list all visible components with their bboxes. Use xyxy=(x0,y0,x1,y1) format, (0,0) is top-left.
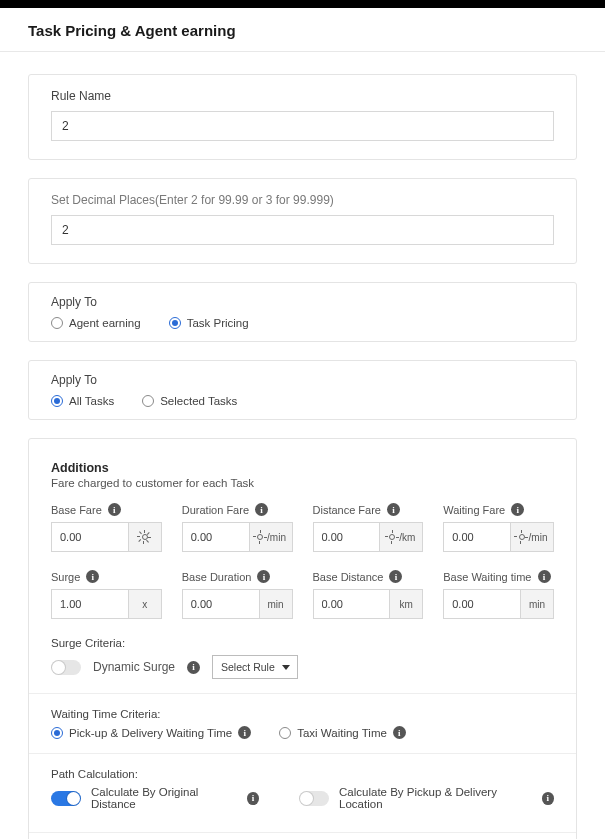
radio-label: Agent earning xyxy=(69,317,141,329)
pickup-location-toggle[interactable] xyxy=(299,791,329,806)
radio-icon xyxy=(142,395,154,407)
radio-agent-earning[interactable]: Agent earning xyxy=(51,317,141,329)
radio-label: Selected Tasks xyxy=(160,395,237,407)
surge-input[interactable] xyxy=(51,589,128,619)
base-duration-input[interactable] xyxy=(182,589,259,619)
additions-subtitle: Fare charged to customer for each Task xyxy=(51,477,554,489)
apply-to-1-label: Apply To xyxy=(51,295,554,309)
info-icon[interactable]: i xyxy=(387,503,400,516)
surge-criteria-label: Surge Criteria: xyxy=(51,637,554,649)
rule-name-card: Rule Name xyxy=(28,74,577,160)
info-icon[interactable]: i xyxy=(511,503,524,516)
radio-label: Taxi Waiting Time xyxy=(297,727,387,739)
info-icon[interactable]: i xyxy=(108,503,121,516)
info-icon[interactable]: i xyxy=(393,726,406,739)
unit-label: /km xyxy=(399,532,415,543)
surge-label: Surge xyxy=(51,571,80,583)
info-icon[interactable]: i xyxy=(257,570,270,583)
info-icon[interactable]: i xyxy=(542,792,554,805)
surge-field: Surge i x xyxy=(51,570,162,619)
radio-icon xyxy=(169,317,181,329)
waiting-criteria-block: Waiting Time Criteria: Pick-up & Deliver… xyxy=(51,708,554,739)
window-top-bar xyxy=(0,0,605,8)
original-distance-toggle[interactable] xyxy=(51,791,81,806)
info-icon[interactable]: i xyxy=(389,570,402,583)
unit-addon: /min xyxy=(510,522,554,552)
base-duration-field: Base Duration i min xyxy=(182,570,293,619)
unit-label: min xyxy=(267,599,283,610)
decimal-places-input[interactable] xyxy=(51,215,554,245)
radio-taxi-waiting[interactable]: Taxi Waiting Time i xyxy=(279,726,406,739)
distance-fare-field: Distance Fare i /km xyxy=(313,503,424,552)
waiting-criteria-label: Waiting Time Criteria: xyxy=(51,708,554,720)
currency-icon xyxy=(128,522,162,552)
info-icon[interactable]: i xyxy=(255,503,268,516)
radio-task-pricing[interactable]: Task Pricing xyxy=(169,317,249,329)
radio-icon xyxy=(51,727,63,739)
additions-row-2: Surge i x Base Duration i min xyxy=(51,570,554,619)
radio-icon xyxy=(51,317,63,329)
distance-fare-input[interactable] xyxy=(313,522,380,552)
base-fare-input[interactable] xyxy=(51,522,128,552)
waiting-fare-label: Waiting Fare xyxy=(443,504,505,516)
apply-to-1-options: Agent earning Task Pricing xyxy=(51,317,554,329)
radio-icon xyxy=(279,727,291,739)
page-content: Rule Name Set Decimal Places(Enter 2 for… xyxy=(0,52,605,839)
unit-addon: x xyxy=(128,589,162,619)
unit-label: km xyxy=(400,599,413,610)
radio-pickup-delivery-waiting[interactable]: Pick-up & Delivery Waiting Time i xyxy=(51,726,251,739)
radio-label: All Tasks xyxy=(69,395,114,407)
decimal-places-label: Set Decimal Places(Enter 2 for 99.99 or … xyxy=(51,193,554,207)
surge-criteria-block: Surge Criteria: Dynamic Surge i Select R… xyxy=(51,637,554,679)
waiting-fare-input[interactable] xyxy=(443,522,510,552)
unit-label: /min xyxy=(267,532,286,543)
add-field-row: Add field from template Please select a … xyxy=(29,832,576,839)
info-icon[interactable]: i xyxy=(247,792,259,805)
duration-fare-field: Duration Fare i /min xyxy=(182,503,293,552)
radio-selected-tasks[interactable]: Selected Tasks xyxy=(142,395,237,407)
toggle-label: Calculate By Original Distance xyxy=(91,786,237,810)
info-icon[interactable]: i xyxy=(538,570,551,583)
apply-to-tasks-card: Apply To All Tasks Selected Tasks xyxy=(28,360,577,420)
decimal-places-card: Set Decimal Places(Enter 2 for 99.99 or … xyxy=(28,178,577,264)
apply-to-earning-pricing-card: Apply To Agent earning Task Pricing xyxy=(28,282,577,342)
surge-rule-select[interactable]: Select Rule xyxy=(212,655,298,679)
additions-title: Additions xyxy=(51,461,554,475)
base-fare-field: Base Fare i xyxy=(51,503,162,552)
page-title: Task Pricing & Agent earning xyxy=(28,22,577,39)
apply-to-2-options: All Tasks Selected Tasks xyxy=(51,395,554,407)
info-icon[interactable]: i xyxy=(238,726,251,739)
unit-addon: /km xyxy=(379,522,423,552)
waiting-fare-field: Waiting Fare i /min xyxy=(443,503,554,552)
duration-fare-label: Duration Fare xyxy=(182,504,249,516)
radio-label: Task Pricing xyxy=(187,317,249,329)
path-calc-label: Path Calculation: xyxy=(51,768,554,780)
toggle-label: Calculate By Pickup & Delivery Location xyxy=(339,786,532,810)
duration-fare-input[interactable] xyxy=(182,522,249,552)
unit-addon: km xyxy=(389,589,423,619)
base-distance-input[interactable] xyxy=(313,589,390,619)
base-waiting-label: Base Waiting time xyxy=(443,571,531,583)
dynamic-surge-toggle[interactable] xyxy=(51,660,81,675)
unit-label: min xyxy=(529,599,545,610)
info-icon[interactable]: i xyxy=(86,570,99,583)
rule-name-label: Rule Name xyxy=(51,89,554,103)
rule-name-input[interactable] xyxy=(51,111,554,141)
page-header: Task Pricing & Agent earning xyxy=(0,8,605,52)
base-distance-label: Base Distance xyxy=(313,571,384,583)
base-distance-field: Base Distance i km xyxy=(313,570,424,619)
radio-all-tasks[interactable]: All Tasks xyxy=(51,395,114,407)
unit-addon: min xyxy=(259,589,293,619)
unit-addon: /min xyxy=(249,522,293,552)
base-fare-label: Base Fare xyxy=(51,504,102,516)
select-label: Select Rule xyxy=(221,661,275,673)
apply-to-2-label: Apply To xyxy=(51,373,554,387)
divider xyxy=(29,693,576,694)
path-calc-pickup-location: Calculate By Pickup & Delivery Location … xyxy=(299,786,554,810)
base-waiting-input[interactable] xyxy=(443,589,520,619)
base-duration-label: Base Duration xyxy=(182,571,252,583)
info-icon[interactable]: i xyxy=(187,661,200,674)
unit-label: x xyxy=(142,599,147,610)
unit-addon: min xyxy=(520,589,554,619)
additions-card: Additions Fare charged to customer for e… xyxy=(28,438,577,839)
